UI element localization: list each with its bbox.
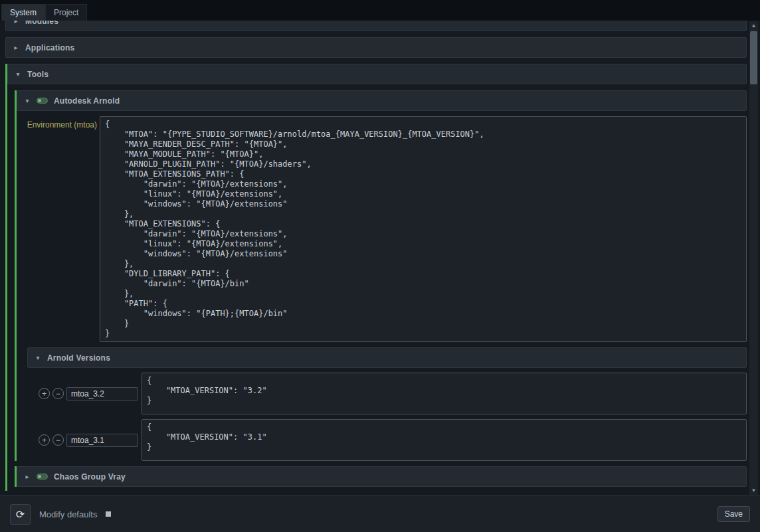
remove-version-button[interactable]: −	[52, 434, 64, 446]
version-key-input[interactable]	[66, 434, 138, 447]
settings-scroll-area: ▸ Modules ▸ Applications ▾ Tools	[0, 21, 760, 495]
add-version-button[interactable]: +	[39, 434, 50, 446]
environment-label: Environment (mtoa)	[19, 116, 100, 130]
version-json-textarea[interactable]	[142, 419, 747, 461]
group-header-chaos-group-vray[interactable]: ▸ Chaos Group Vray	[17, 466, 747, 487]
vertical-scrollbar[interactable]: ▲ ▼	[749, 21, 758, 495]
arnold-content: Environment (mtoa) ▾ Arnold Versions	[17, 111, 747, 461]
footer-bar: ⟳ Modify defaults Save	[0, 495, 760, 532]
version-json-textarea[interactable]	[142, 373, 747, 414]
group-title-arnold-versions: Arnold Versions	[47, 353, 110, 363]
section-header-tools[interactable]: ▾ Tools	[7, 64, 747, 84]
scrollbar-thumb[interactable]	[750, 31, 757, 84]
environment-field-row: Environment (mtoa)	[19, 116, 747, 342]
section-applications: ▸ Applications	[5, 37, 747, 58]
enabled-toggle-icon[interactable]	[37, 474, 48, 480]
section-title-applications: Applications	[25, 43, 74, 52]
chevron-right-icon: ▸	[24, 473, 31, 480]
version-row: + −	[27, 373, 747, 414]
section-header-modules[interactable]: ▸ Modules	[5, 21, 747, 31]
version-row: + −	[27, 419, 747, 461]
chevron-down-icon: ▾	[24, 97, 31, 104]
tab-bar: System Project	[0, 0, 760, 21]
group-arnold-versions: ▾ Arnold Versions + −	[27, 347, 747, 461]
tools-content: ▾ Autodesk Arnold Environment (mtoa)	[7, 84, 747, 491]
section-modules: ▸ Modules	[5, 21, 747, 31]
modify-defaults-label: Modify defaults	[39, 509, 97, 519]
environment-json-textarea[interactable]	[100, 116, 747, 342]
group-header-autodesk-arnold[interactable]: ▾ Autodesk Arnold	[17, 90, 747, 111]
chevron-down-icon: ▾	[35, 354, 41, 361]
section-tools: ▾ Tools ▾ Autodesk Arnold	[5, 64, 747, 491]
chevron-down-icon: ▾	[15, 70, 21, 78]
version-row-controls: + −	[39, 434, 142, 447]
tab-project-label: Project	[54, 8, 78, 17]
version-key-input[interactable]	[66, 387, 138, 400]
group-title-autodesk-arnold: Autodesk Arnold	[54, 96, 120, 106]
remove-version-button[interactable]: −	[52, 388, 64, 399]
group-header-arnold-versions[interactable]: ▾ Arnold Versions	[27, 347, 747, 368]
enabled-toggle-icon[interactable]	[37, 98, 48, 104]
section-header-applications[interactable]: ▸ Applications	[5, 37, 747, 58]
chevron-right-icon: ▸	[13, 44, 19, 51]
group-title-chaos-group-vray: Chaos Group Vray	[54, 472, 126, 482]
section-title-modules: Modules	[25, 21, 58, 26]
scroll-up-icon[interactable]: ▲	[749, 21, 758, 30]
refresh-icon: ⟳	[16, 509, 25, 520]
tab-system[interactable]: System	[1, 4, 45, 21]
modify-defaults-checkbox[interactable]	[106, 511, 111, 517]
section-title-tools: Tools	[27, 70, 48, 79]
settings-window: System Project ▸ Modules ▸ Applications	[0, 0, 760, 532]
refresh-button[interactable]: ⟳	[10, 504, 31, 525]
tab-system-label: System	[10, 8, 37, 17]
group-chaos-group-vray: ▸ Chaos Group Vray	[15, 466, 747, 487]
save-button[interactable]: Save	[717, 506, 750, 522]
chevron-right-icon: ▸	[13, 21, 19, 25]
settings-content: ▸ Modules ▸ Applications ▾ Tools	[0, 21, 747, 495]
version-row-controls: + −	[39, 387, 142, 400]
tab-project[interactable]: Project	[45, 4, 87, 21]
scroll-down-icon[interactable]: ▼	[749, 486, 758, 495]
add-version-button[interactable]: +	[39, 388, 50, 399]
group-autodesk-arnold: ▾ Autodesk Arnold Environment (mtoa)	[15, 90, 747, 461]
